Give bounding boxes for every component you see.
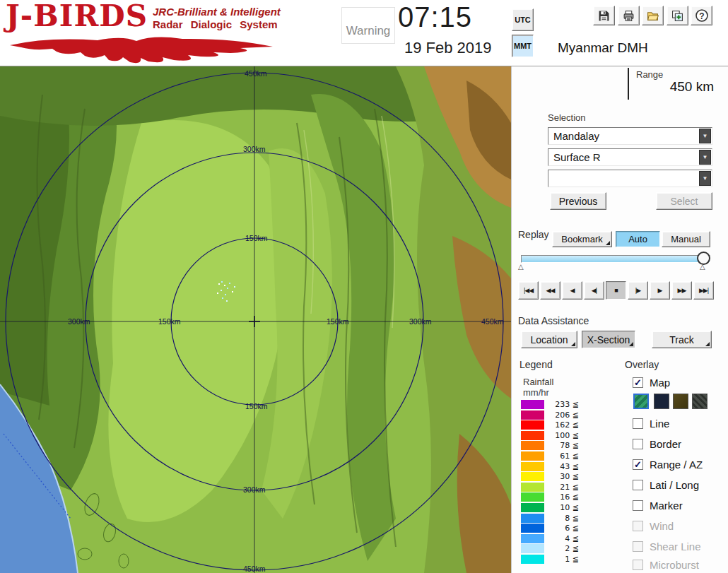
selection-label: Selection — [548, 112, 585, 123]
color-swatch — [521, 472, 544, 481]
checkbox[interactable]: ✓ — [633, 377, 643, 388]
fast-rewind-button[interactable]: ◀◀ — [540, 281, 560, 300]
overlay-item-line[interactable]: Line — [633, 416, 669, 430]
legend-row: 100 ≦ — [521, 431, 579, 440]
xsection-button[interactable]: X-Section — [582, 331, 635, 348]
mmt-toggle-button[interactable]: MMT — [512, 35, 534, 57]
overlay-item-marker[interactable]: Marker — [633, 498, 683, 512]
manual-button[interactable]: Manual — [662, 231, 710, 247]
location-button[interactable]: Location — [521, 331, 577, 348]
help-button[interactable]: ? — [691, 6, 712, 25]
step-back-button[interactable]: ◀| — [584, 281, 604, 300]
play-reverse-button[interactable]: ◀ — [562, 281, 582, 300]
save-icon — [598, 10, 610, 22]
legend-row: 6 ≦ — [521, 524, 579, 533]
radar-map-canvas[interactable]: 450km 300km 150km 150km 300km 450km 300k… — [0, 66, 511, 573]
ring-label-north-450: 450km — [245, 69, 267, 78]
map-style-swatch-4[interactable] — [692, 394, 708, 409]
color-swatch — [521, 555, 544, 564]
overlay-label: Overlay — [625, 359, 659, 370]
skip-to-start-button[interactable]: |◀◀ — [518, 281, 539, 300]
map-style-swatch-1[interactable] — [633, 394, 649, 409]
chevron-down-icon[interactable]: ▼ — [699, 150, 711, 165]
open-folder-button[interactable] — [642, 6, 664, 25]
app-logo-tagline: JRC-Brilliant & Intelligent Radar Dialog… — [153, 6, 281, 31]
site-select[interactable]: Mandalay ▼ — [548, 127, 712, 145]
ring-label-east-300: 300km — [409, 317, 432, 326]
overlay-item-wind: Wind — [633, 519, 674, 533]
product-select[interactable]: Surface R ▼ — [548, 148, 712, 166]
open-folder-icon — [647, 10, 659, 22]
ring-label-north-150: 150km — [245, 234, 268, 242]
color-swatch — [521, 451, 544, 461]
legend-row: 162 ≦ — [521, 420, 579, 430]
legend-row: 233 ≦ — [521, 400, 579, 409]
help-icon: ? — [695, 8, 709, 23]
legend-row: 2 ≦ — [521, 544, 579, 553]
color-swatch — [521, 420, 544, 430]
save-button[interactable] — [593, 6, 615, 25]
ring-label-south-300: 300km — [243, 485, 266, 494]
chevron-down-icon[interactable]: ▼ — [699, 171, 711, 186]
rainfall-color-scale: 233 ≦ 206 ≦ 162 ≦ 100 ≦ 78 ≦ 61 ≦ 43 ≦ 3… — [521, 400, 579, 565]
color-swatch — [521, 462, 544, 471]
checkbox[interactable] — [633, 500, 643, 511]
ring-label-east-150: 150km — [327, 317, 349, 326]
legend-unit-line1: Rainfall — [523, 377, 553, 387]
replay-timeline-slider[interactable] — [521, 255, 710, 263]
jbirds-app: J-BIRDS JRC-Brilliant & Intelligent Rada… — [0, 0, 728, 573]
legend-row: 21 ≦ — [521, 483, 579, 492]
bookmark-button[interactable]: Bookmark — [552, 231, 612, 247]
auto-button[interactable]: Auto — [616, 231, 660, 247]
warning-status: Warning — [341, 7, 395, 44]
overlay-item-map[interactable]: ✓ Map — [633, 375, 670, 389]
option-select[interactable]: ▼ — [548, 170, 712, 187]
warning-label: Warning — [346, 24, 391, 38]
stop-button[interactable]: ■ — [606, 281, 626, 300]
legend-row: 206 ≦ — [521, 410, 579, 420]
clock-date: 19 Feb 2019 — [404, 39, 492, 57]
color-swatch — [521, 492, 544, 502]
range-value: 450 km — [629, 79, 714, 95]
ring-label-east-450: 450km — [481, 317, 504, 326]
checkbox[interactable] — [633, 439, 643, 449]
checkbox — [633, 521, 643, 531]
skip-to-end-button[interactable]: ▶▶| — [693, 281, 714, 300]
previous-button[interactable]: Previous — [550, 192, 606, 210]
print-icon — [623, 10, 635, 22]
checkbox — [633, 541, 643, 552]
checkbox — [633, 560, 643, 570]
select-button[interactable]: Select — [656, 192, 712, 210]
overlay-item-range-az[interactable]: ✓ Range / AZ — [633, 457, 703, 471]
replay-label: Replay — [518, 229, 549, 240]
help-glyph: ? — [699, 11, 704, 21]
legend-label: Legend — [519, 359, 553, 370]
clock-time: 07:15 — [398, 1, 472, 33]
eagle-logo-icon — [6, 34, 278, 65]
product-select-value: Surface R — [553, 151, 601, 163]
checkbox[interactable] — [633, 418, 643, 429]
play-button[interactable]: ▶ — [650, 281, 670, 300]
map-style-swatch-2[interactable] — [654, 394, 669, 409]
utc-toggle-button[interactable]: UTC — [512, 8, 534, 31]
map-style-swatch-3[interactable] — [673, 394, 688, 409]
print-button[interactable] — [618, 6, 640, 25]
add-window-button[interactable] — [667, 6, 688, 25]
chevron-down-icon[interactable]: ▼ — [699, 129, 711, 143]
header: J-BIRDS JRC-Brilliant & Intelligent Rada… — [0, 0, 728, 66]
checkbox[interactable] — [633, 480, 643, 490]
tagline-line2: Radar Dialogic System — [153, 18, 281, 31]
ring-label-south-450: 450km — [243, 565, 266, 573]
step-forward-button[interactable]: |▶ — [628, 281, 648, 300]
color-swatch — [521, 503, 544, 512]
color-swatch — [521, 441, 544, 450]
overlay-item-shear-line: Shear Line — [633, 539, 701, 553]
track-button[interactable]: Track — [652, 331, 712, 348]
overlay-item-border[interactable]: Border — [633, 437, 681, 451]
checkbox[interactable]: ✓ — [633, 459, 643, 470]
fast-forward-button[interactable]: ▶▶ — [671, 281, 692, 300]
data-assistance-label: Data Assistance — [518, 315, 589, 326]
overlay-item-microburst: Microburst — [633, 557, 699, 572]
legend-row: 1 ≦ — [521, 555, 579, 564]
overlay-item-lati-long[interactable]: Lati / Long — [633, 478, 699, 492]
